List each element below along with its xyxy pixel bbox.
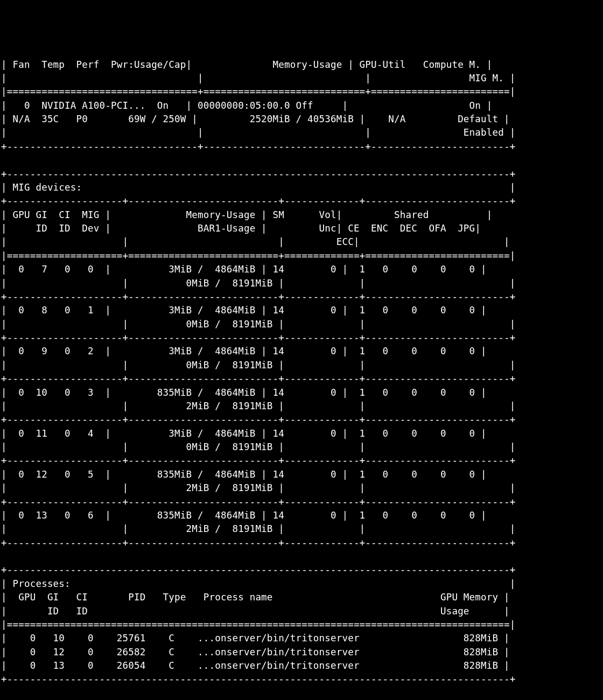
- nvidia-smi-output: | Fan Temp Perf Pwr:Usage/Cap| Memory-Us…: [1, 58, 602, 687]
